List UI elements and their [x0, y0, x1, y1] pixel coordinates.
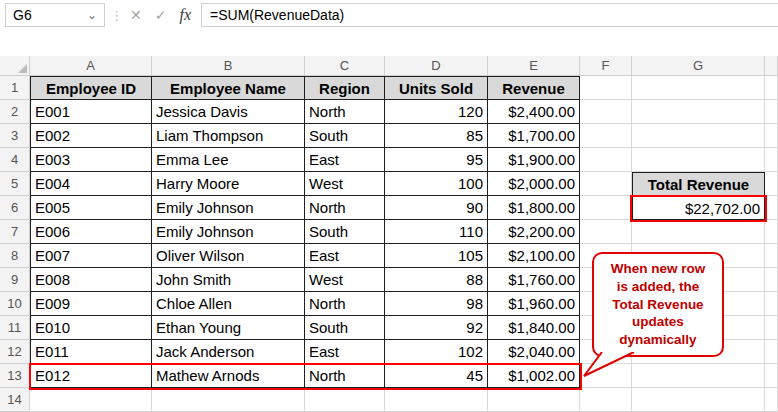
cell-partial1[interactable] [765, 76, 778, 100]
cell-D1[interactable]: Units Sold [385, 76, 488, 100]
row-header-10[interactable]: 10 [0, 292, 30, 316]
cell-E11[interactable]: $1,840.00 [488, 316, 580, 340]
row-header-12[interactable]: 12 [0, 340, 30, 364]
row-header-14[interactable]: 14 [0, 388, 30, 412]
cell-E5[interactable]: $2,000.00 [488, 172, 580, 196]
cell-G7[interactable] [632, 220, 765, 244]
cell-G3[interactable] [632, 124, 765, 148]
cell-F7[interactable] [580, 220, 632, 244]
cell-C3[interactable]: South [305, 124, 385, 148]
cell-E13[interactable]: $1,002.00 [488, 364, 580, 388]
cell-A11[interactable]: E010 [30, 316, 152, 340]
cell-partial8[interactable] [765, 244, 778, 268]
cell-C2[interactable]: North [305, 100, 385, 124]
enter-icon[interactable]: ✓ [155, 7, 167, 23]
cell-F6[interactable] [580, 196, 632, 220]
column-header-C[interactable]: C [305, 56, 385, 76]
cell-A13[interactable]: E012 [30, 364, 152, 388]
cell-B2[interactable]: Jessica Davis [152, 100, 305, 124]
cell-E7[interactable]: $2,200.00 [488, 220, 580, 244]
cell-C5[interactable]: West [305, 172, 385, 196]
cell-D2[interactable]: 120 [385, 100, 488, 124]
cell-C12[interactable]: East [305, 340, 385, 364]
cell-C8[interactable]: East [305, 244, 385, 268]
row-header-11[interactable]: 11 [0, 316, 30, 340]
cell-B7[interactable]: Emily Johnson [152, 220, 305, 244]
cell-B6[interactable]: Emily Johnson [152, 196, 305, 220]
cell-G4[interactable] [632, 148, 765, 172]
cell-G2[interactable] [632, 100, 765, 124]
cell-C9[interactable]: West [305, 268, 385, 292]
cell-B5[interactable]: Harry Moore [152, 172, 305, 196]
cell-C10[interactable]: North [305, 292, 385, 316]
cell-D5[interactable]: 100 [385, 172, 488, 196]
select-all-corner[interactable] [0, 56, 30, 76]
row-header-9[interactable]: 9 [0, 268, 30, 292]
cell-A1[interactable]: Employee ID [30, 76, 152, 100]
insert-function-icon[interactable]: fx [179, 6, 191, 24]
cell-C6[interactable]: North [305, 196, 385, 220]
cell-C4[interactable]: East [305, 148, 385, 172]
cell-F4[interactable] [580, 148, 632, 172]
cell-B13[interactable]: Mathew Arnods [152, 364, 305, 388]
cell-E14[interactable] [488, 388, 580, 412]
column-header-partial[interactable] [765, 56, 778, 76]
cell-D7[interactable]: 110 [385, 220, 488, 244]
callout-annotation[interactable]: When new row is added, the Total Revenue… [592, 252, 724, 357]
cell-E3[interactable]: $1,700.00 [488, 124, 580, 148]
cell-partial6[interactable] [765, 196, 778, 220]
cell-partial2[interactable] [765, 100, 778, 124]
row-header-1[interactable]: 1 [0, 76, 30, 100]
cell-F14[interactable] [580, 388, 632, 412]
cell-C13[interactable]: North [305, 364, 385, 388]
cell-D6[interactable]: 90 [385, 196, 488, 220]
cell-E9[interactable]: $1,760.00 [488, 268, 580, 292]
cell-partial12[interactable] [765, 340, 778, 364]
cell-B10[interactable]: Chloe Allen [152, 292, 305, 316]
cell-partial9[interactable] [765, 268, 778, 292]
cell-D12[interactable]: 102 [385, 340, 488, 364]
formula-input[interactable]: =SUM(RevenueData) [201, 3, 778, 27]
cell-partial3[interactable] [765, 124, 778, 148]
cell-B4[interactable]: Emma Lee [152, 148, 305, 172]
cell-E4[interactable]: $1,900.00 [488, 148, 580, 172]
cell-D10[interactable]: 98 [385, 292, 488, 316]
cell-B3[interactable]: Liam Thompson [152, 124, 305, 148]
cell-F1[interactable] [580, 76, 632, 100]
cell-B9[interactable]: John Smith [152, 268, 305, 292]
column-header-F[interactable]: F [580, 56, 632, 76]
row-header-8[interactable]: 8 [0, 244, 30, 268]
cell-E2[interactable]: $2,400.00 [488, 100, 580, 124]
cell-A6[interactable]: E005 [30, 196, 152, 220]
column-header-B[interactable]: B [152, 56, 305, 76]
column-header-E[interactable]: E [488, 56, 580, 76]
cell-F3[interactable] [580, 124, 632, 148]
cell-A4[interactable]: E003 [30, 148, 152, 172]
cell-partial7[interactable] [765, 220, 778, 244]
cell-E1[interactable]: Revenue [488, 76, 580, 100]
cell-D11[interactable]: 92 [385, 316, 488, 340]
cell-A2[interactable]: E001 [30, 100, 152, 124]
cell-D14[interactable] [385, 388, 488, 412]
cell-E6[interactable]: $1,800.00 [488, 196, 580, 220]
cell-B12[interactable]: Jack Anderson [152, 340, 305, 364]
cell-C7[interactable]: South [305, 220, 385, 244]
cell-G14[interactable] [632, 388, 765, 412]
cell-B8[interactable]: Oliver Wilson [152, 244, 305, 268]
column-header-A[interactable]: A [30, 56, 152, 76]
cell-G6[interactable]: $22,702.00 [632, 196, 765, 220]
cell-A14[interactable] [30, 388, 152, 412]
chevron-down-icon[interactable]: ⌄ [87, 9, 97, 21]
cell-D9[interactable]: 88 [385, 268, 488, 292]
cell-E10[interactable]: $1,960.00 [488, 292, 580, 316]
cell-A12[interactable]: E011 [30, 340, 152, 364]
row-header-2[interactable]: 2 [0, 100, 30, 124]
cell-A9[interactable]: E008 [30, 268, 152, 292]
cell-A8[interactable]: E007 [30, 244, 152, 268]
cell-F5[interactable] [580, 172, 632, 196]
row-header-7[interactable]: 7 [0, 220, 30, 244]
column-header-D[interactable]: D [385, 56, 488, 76]
cell-B14[interactable] [152, 388, 305, 412]
cell-C1[interactable]: Region [305, 76, 385, 100]
cell-partial14[interactable] [765, 388, 778, 412]
